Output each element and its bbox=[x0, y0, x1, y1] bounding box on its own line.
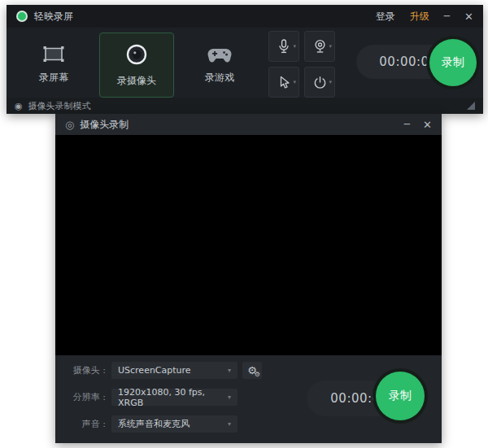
minimize-button[interactable]: ─ bbox=[444, 11, 450, 21]
sound-label: 声音 : bbox=[55, 418, 106, 430]
sound-value: 系统声音和麦克风 bbox=[118, 418, 190, 430]
chevron-down-icon[interactable]: ▾ bbox=[329, 79, 332, 85]
resolution-label: 分辨率 : bbox=[55, 391, 106, 403]
camera-device-row: 摄像头 : UScreenCapture ▾ ⚙ ⚙ bbox=[55, 362, 262, 379]
gamepad-icon bbox=[207, 46, 232, 63]
mode-label: 录屏幕 bbox=[39, 71, 68, 85]
gear-icon: ⚙ bbox=[255, 372, 260, 378]
mode-record-screen[interactable]: 录屏幕 bbox=[16, 33, 91, 98]
app-title: 轻映录屏 bbox=[34, 10, 73, 24]
camera-titlebar: ◎ 摄像头录制 ─ ✕ bbox=[55, 114, 442, 135]
record-button[interactable]: 录制 bbox=[429, 39, 477, 86]
chevron-down-icon[interactable]: ▾ bbox=[293, 43, 296, 50]
chevron-down-icon[interactable]: ▾ bbox=[329, 43, 332, 50]
camera-device-label: 摄像头 : bbox=[55, 364, 106, 376]
system-sound-button[interactable]: ▾ bbox=[304, 67, 335, 98]
resolution-row: 分辨率 : 1920x1080, 30 fps, XRGB ▾ bbox=[55, 389, 237, 406]
camera-preview bbox=[55, 135, 442, 355]
main-statusbar: ◉ 摄像头录制模式 bbox=[7, 98, 483, 114]
upgrade-link[interactable]: 升级 bbox=[410, 10, 429, 24]
camera-settings-button[interactable]: ⚙ ⚙ bbox=[242, 362, 262, 379]
minimize-button[interactable]: ─ bbox=[404, 120, 410, 129]
chevron-down-icon[interactable]: ▾ bbox=[293, 79, 296, 85]
main-titlebar: 轻映录屏 登录 升级 ─ ✕ bbox=[7, 5, 483, 28]
microphone-toggle-button[interactable]: ▾ bbox=[268, 31, 299, 62]
close-button[interactable]: ✕ bbox=[464, 11, 473, 22]
camera-window-title: 摄像头录制 bbox=[80, 118, 129, 132]
camera-window: ◎ 摄像头录制 ─ ✕ 摄像头 : UScreenCapture ▾ ⚙ ⚙ 分… bbox=[55, 114, 442, 443]
mode-label: 录游戏 bbox=[205, 71, 234, 85]
chevron-down-icon: ▾ bbox=[228, 420, 231, 428]
chevron-down-icon: ▾ bbox=[228, 367, 231, 374]
mode-record-camera[interactable]: 录摄像头 bbox=[99, 33, 174, 98]
resolution-value: 1920x1080, 30 fps, XRGB bbox=[118, 387, 228, 408]
microphone-icon bbox=[278, 39, 290, 54]
resolution-select[interactable]: 1920x1080, 30 fps, XRGB ▾ bbox=[111, 389, 237, 406]
record-button[interactable]: 录制 bbox=[376, 372, 425, 420]
power-icon bbox=[313, 76, 327, 89]
cursor-icon bbox=[278, 76, 290, 89]
app-logo-icon bbox=[16, 11, 28, 22]
target-icon: ◉ bbox=[15, 102, 23, 111]
close-button[interactable]: ✕ bbox=[423, 120, 432, 130]
webcam-toggle-button[interactable]: ▾ bbox=[304, 31, 335, 62]
mode-selector: 录屏幕 录摄像头 录游戏 bbox=[16, 33, 257, 98]
camera-device-select[interactable]: UScreenCapture ▾ bbox=[111, 362, 237, 379]
cursor-effect-button[interactable]: ▾ bbox=[268, 67, 299, 98]
lens-icon: ◎ bbox=[65, 120, 74, 130]
login-link[interactable]: 登录 bbox=[376, 10, 395, 24]
camera-lens-icon bbox=[124, 42, 149, 67]
mode-record-game[interactable]: 录游戏 bbox=[182, 33, 257, 98]
screen-icon bbox=[42, 46, 65, 63]
camera-device-value: UScreenCapture bbox=[118, 365, 191, 376]
sound-row: 声音 : 系统声音和麦克风 ▾ bbox=[55, 415, 237, 433]
main-window: 轻映录屏 登录 升级 ─ ✕ 录屏幕 bbox=[7, 5, 483, 114]
mode-status-text: 摄像头录制模式 bbox=[28, 100, 91, 112]
sound-select[interactable]: 系统声音和麦克风 ▾ bbox=[111, 415, 237, 433]
webcam-icon bbox=[313, 39, 327, 54]
mode-label: 录摄像头 bbox=[117, 74, 156, 88]
device-toggle-grid: ▾ ▾ ▾ bbox=[268, 31, 335, 98]
chevron-down-icon: ▾ bbox=[228, 394, 231, 401]
resize-grip[interactable] bbox=[467, 102, 475, 110]
